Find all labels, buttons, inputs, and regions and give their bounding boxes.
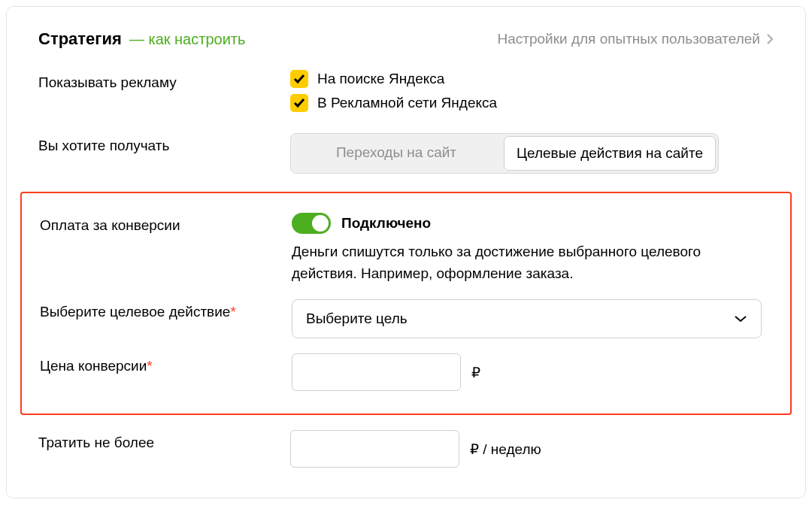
check-icon (293, 98, 305, 108)
strategy-panel: Стратегия — как настроить Настройки для … (6, 6, 806, 498)
seg-goal-actions[interactable]: Целевые действия на сайте (504, 136, 716, 171)
title-block: Стратегия — как настроить (38, 29, 245, 49)
required-mark: * (230, 304, 235, 320)
currency-label: ₽ (471, 364, 480, 381)
advanced-settings-label: Настройки для опытных пользователей (497, 31, 760, 47)
show-ads-label: Показывать рекламу (38, 70, 290, 91)
spend-suffix: ₽ / неделю (470, 441, 541, 458)
want-row: Вы хотите получать Переходы на сайт Целе… (7, 126, 805, 181)
spend-label: Тратить не более (38, 430, 290, 451)
chevron-down-icon (734, 315, 747, 323)
chevron-right-icon (766, 33, 774, 45)
seg-site-visits[interactable]: Переходы на сайт (291, 134, 501, 173)
conversion-price-input[interactable] (292, 353, 461, 391)
checkbox-search-label: На поиске Яндекса (317, 71, 444, 87)
want-control: Переходы на сайт Целевые действия на сай… (290, 133, 774, 174)
checkbox-network-box[interactable] (290, 94, 308, 112)
check-icon (293, 74, 305, 84)
conversion-pay-toggle[interactable] (292, 213, 331, 234)
checkbox-search: На поиске Яндекса (290, 70, 774, 88)
goal-label: Выберите целевое действие* (40, 299, 292, 320)
price-control: ₽ (292, 353, 772, 391)
goal-select-placeholder: Выберите цель (306, 310, 408, 327)
checkbox-network: В Рекламной сети Яндекса (290, 94, 774, 112)
advanced-settings-link[interactable]: Настройки для опытных пользователей (497, 31, 774, 47)
goal-select[interactable]: Выберите цель (292, 299, 762, 338)
checkbox-network-label: В Рекламной сети Яндекса (317, 95, 497, 111)
show-ads-row: Показывать рекламу На поиске Яндекса В Р… (7, 62, 805, 126)
required-mark: * (147, 358, 152, 374)
conversion-pay-row: Оплата за конверсии Подключено Деньги сп… (40, 205, 772, 292)
spend-row: Тратить не более ₽ / неделю (7, 423, 805, 475)
spend-control: ₽ / неделю (290, 430, 774, 468)
want-label: Вы хотите получать (38, 133, 290, 154)
segmented-control: Переходы на сайт Целевые действия на сай… (290, 133, 719, 174)
goal-control: Выберите цель (292, 299, 772, 338)
how-to-link[interactable]: — как настроить (129, 31, 246, 48)
panel-title: Стратегия (38, 29, 122, 49)
conversion-section-highlight: Оплата за конверсии Подключено Деньги сп… (20, 192, 792, 415)
goal-row: Выберите целевое действие* Выберите цель (40, 292, 772, 346)
price-label: Цена конверсии* (40, 353, 292, 374)
toggle-status-label: Подключено (341, 215, 431, 232)
conversion-pay-label: Оплата за конверсии (40, 213, 292, 234)
checkbox-search-box[interactable] (290, 70, 308, 88)
show-ads-options: На поиске Яндекса В Рекламной сети Яндек… (290, 70, 774, 118)
spend-limit-input[interactable] (290, 430, 459, 468)
conversion-pay-control: Подключено Деньги спишутся только за дос… (292, 213, 772, 284)
conversion-pay-description: Деньги спишутся только за достижение выб… (292, 241, 713, 284)
panel-header: Стратегия — как настроить Настройки для … (7, 29, 805, 62)
price-row: Цена конверсии* ₽ (40, 346, 772, 398)
toggle-row: Подключено (292, 213, 772, 234)
